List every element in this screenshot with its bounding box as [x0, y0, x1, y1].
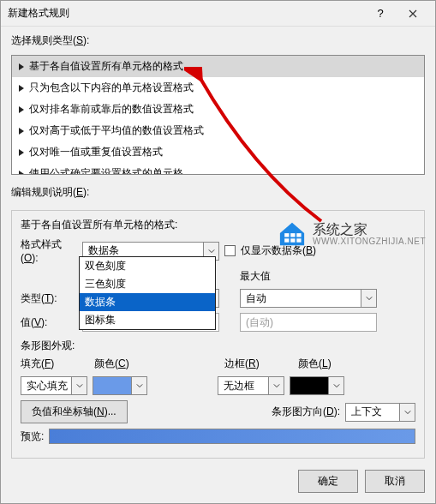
appearance-controls-row: 实心填充 无边框: [21, 376, 415, 395]
bar-appearance-label: 条形图外观:: [21, 339, 415, 353]
value-max-input[interactable]: (自动): [240, 313, 377, 332]
window-controls: ?: [365, 3, 428, 24]
triangle-icon: [19, 63, 24, 70]
dropdown-option-1[interactable]: 三色刻度: [80, 275, 215, 293]
triangle-icon: [19, 171, 24, 176]
rule-type-item-2[interactable]: 仅对排名靠前或靠后的数值设置格式: [12, 99, 424, 120]
show-bar-only-label: 仅显示数据条(B): [241, 243, 316, 258]
rule-type-item-1[interactable]: 只为包含以下内容的单元格设置格式: [12, 77, 424, 99]
rule-type-item-0[interactable]: 基于各自值设置所有单元格的格式: [12, 56, 424, 77]
rule-type-item-4[interactable]: 仅对唯一值或重复值设置格式: [12, 141, 424, 163]
color-l-header: 颜色(L): [298, 357, 331, 371]
rule-edit-section: 基于各自值设置所有单元格的格式: 格式样式(O): 数据条 仅显示数据条(B) …: [11, 210, 425, 459]
dialog-new-format-rule: 新建格式规则 ? 选择规则类型(S): 基于各自值设置所有单元格的格式 只为包含…: [0, 0, 436, 504]
preview-label: 预览:: [21, 429, 44, 444]
appearance-header-row: 填充(F) 颜色(C) 边框(R) 颜色(L): [21, 357, 415, 371]
preview-bar: [49, 429, 415, 444]
bar-dir-select[interactable]: 上下文: [345, 403, 415, 422]
format-style-dropdown[interactable]: 双色刻度 三色刻度 数据条 图标集: [79, 256, 216, 330]
negaxis-bardir-row: 负值和坐标轴(N)... 条形图方向(D): 上下文: [21, 400, 415, 423]
rule-type-item-3[interactable]: 仅对高于或低于平均值的数值设置格式: [12, 120, 424, 141]
triangle-icon: [19, 128, 24, 135]
titlebar: 新建格式规则 ?: [1, 1, 435, 27]
content-area: 选择规则类型(S): 基于各自值设置所有单元格的格式 只为包含以下内容的单元格设…: [1, 27, 435, 470]
format-style-row: 格式样式(O): 数据条 仅显示数据条(B) 双色刻度 三色刻度 数据条 图标集: [21, 237, 415, 264]
rule-type-label: 选择规则类型(S):: [11, 33, 425, 48]
bar-dir-label: 条形图方向(D):: [272, 405, 340, 419]
triangle-icon: [19, 106, 24, 113]
dialog-title: 新建格式规则: [8, 6, 69, 21]
dialog-footer: 确定 取消: [1, 470, 435, 503]
close-button[interactable]: [397, 3, 428, 24]
fill-color-select[interactable]: [93, 376, 147, 395]
neg-axis-button[interactable]: 负值和坐标轴(N)...: [21, 400, 128, 423]
dropdown-option-3[interactable]: 图标集: [80, 311, 215, 329]
edit-desc-label: 编辑规则说明(E):: [11, 185, 425, 200]
preview-row: 预览:: [21, 429, 415, 444]
color-header: 颜色(C): [94, 357, 163, 371]
border-select[interactable]: 无边框: [218, 376, 284, 395]
ok-button[interactable]: 确定: [298, 470, 358, 493]
chevron-down-icon: [399, 404, 415, 421]
chevron-down-icon: [71, 377, 87, 394]
border-color-swatch: [290, 377, 328, 394]
section-subtitle: 基于各自值设置所有单元格的格式:: [21, 218, 415, 232]
chevron-down-icon: [268, 377, 284, 394]
rule-type-list[interactable]: 基于各自值设置所有单元格的格式 只为包含以下内容的单元格设置格式 仅对排名靠前或…: [11, 55, 425, 175]
value-label: 值(V):: [21, 315, 77, 330]
border-color-select[interactable]: [290, 376, 344, 395]
type-label: 类型(T):: [21, 291, 77, 306]
show-bar-only-checkbox[interactable]: [224, 245, 236, 256]
border-header: 边框(R): [224, 357, 293, 371]
type-max-select[interactable]: 自动: [240, 289, 377, 308]
rule-type-item-5[interactable]: 使用公式确定要设置格式的单元格: [12, 163, 424, 175]
help-button[interactable]: ?: [365, 3, 396, 24]
chevron-down-icon: [131, 377, 146, 394]
chevron-down-icon: [328, 377, 343, 394]
dropdown-option-0[interactable]: 双色刻度: [80, 257, 215, 275]
format-style-label: 格式样式(O):: [21, 237, 77, 264]
chevron-down-icon: [361, 290, 376, 307]
fill-header: 填充(F): [21, 357, 89, 371]
cancel-button[interactable]: 取消: [365, 470, 425, 493]
fill-color-swatch: [93, 377, 131, 394]
triangle-icon: [19, 85, 24, 92]
max-header: 最大值: [240, 269, 271, 284]
fill-select[interactable]: 实心填充: [21, 376, 87, 395]
dropdown-option-2[interactable]: 数据条: [80, 293, 215, 311]
triangle-icon: [19, 149, 24, 156]
close-icon: [409, 9, 417, 18]
